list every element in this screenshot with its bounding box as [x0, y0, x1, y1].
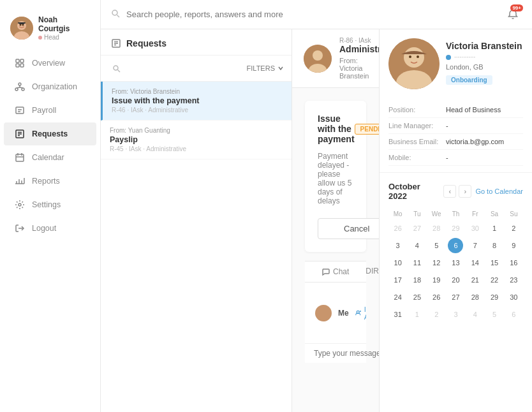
cancel-button[interactable]: Cancel [318, 218, 379, 239]
sidebar-item-logout[interactable]: Logout [4, 217, 96, 240]
cal-day-today[interactable]: 6 [448, 238, 463, 253]
sidebar-item-label: Calendar [32, 153, 64, 162]
sidebar-item-organization[interactable]: Organization [4, 75, 96, 98]
sidebar-item-calendar[interactable]: Calendar [4, 146, 96, 169]
profile-status: ············ [446, 54, 523, 61]
cal-day[interactable]: 28 [468, 290, 483, 305]
sidebar-item-requests[interactable]: Requests [4, 122, 96, 145]
svg-point-53 [409, 55, 411, 58]
content-area: Requests FILTERS From: Victoria Branstei… [101, 29, 532, 412]
cal-day[interactable]: 6 [506, 307, 521, 322]
chat-tabs: Chat DIRECT INTERNAL [305, 261, 366, 283]
calendar-title: October 2022 [388, 182, 440, 201]
cal-day[interactable]: 25 [410, 290, 425, 305]
cal-day[interactable]: 1 [487, 221, 502, 236]
svg-line-15 [17, 87, 20, 88]
svg-point-42 [114, 66, 118, 70]
svg-point-54 [417, 55, 419, 58]
requests-header: Requests [101, 29, 292, 55]
search-input[interactable] [126, 10, 498, 19]
request-item-1[interactable]: From: Yuan Guanting Payslip R-45 · IAsk … [101, 121, 292, 159]
cal-day[interactable]: 26 [429, 290, 444, 305]
cal-day[interactable]: 9 [506, 238, 521, 253]
chat-input[interactable] [314, 349, 379, 358]
svg-point-51 [404, 47, 424, 68]
cal-day[interactable]: 27 [448, 290, 463, 305]
sidebar-item-payroll[interactable]: Payroll [4, 99, 96, 122]
cal-day[interactable]: 15 [487, 255, 502, 270]
svg-rect-24 [16, 154, 24, 161]
cal-day[interactable]: 1 [410, 307, 425, 322]
calendar-next-button[interactable]: › [459, 185, 471, 198]
notification-badge: 99+ [510, 4, 523, 11]
svg-line-43 [117, 70, 120, 72]
detail-value: victoria.b@gp.com [446, 138, 523, 145]
go-to-calendar-link[interactable]: Go to Calendar [475, 188, 523, 195]
cal-day[interactable]: 11 [410, 255, 425, 270]
logout-icon [14, 223, 26, 234]
filters-button[interactable]: FILTERS [247, 64, 284, 72]
cal-day[interactable]: 23 [506, 272, 521, 288]
cal-day[interactable]: 29 [448, 221, 463, 236]
cal-day[interactable]: 21 [468, 272, 483, 288]
cal-header-su: Su [505, 209, 523, 219]
request-category: Administrative [339, 44, 379, 54]
cal-day[interactable]: 19 [429, 272, 444, 288]
svg-point-11 [18, 83, 21, 85]
cal-day[interactable]: 30 [506, 290, 521, 305]
cal-day[interactable]: 5 [487, 307, 502, 322]
cal-day[interactable]: 7 [468, 238, 483, 253]
cal-day[interactable]: 4 [468, 307, 483, 322]
cal-day[interactable]: 12 [429, 255, 444, 270]
cal-day[interactable]: 10 [390, 255, 406, 270]
status-badge: PENDING [355, 124, 379, 135]
organization-icon [14, 81, 26, 92]
calendar-nav: ‹ › [443, 185, 471, 198]
sidebar: Noah Courtgis Head Overview Organization… [0, 0, 101, 412]
sidebar-item-settings[interactable]: Settings [4, 193, 96, 216]
cal-day[interactable]: 5 [429, 238, 444, 253]
svg-rect-6 [18, 22, 26, 24]
chat-tab-icon[interactable]: Chat [315, 262, 355, 281]
tab-direct[interactable]: DIRECT [355, 261, 379, 282]
chat-label: Chat [333, 267, 349, 276]
cal-day[interactable]: 3 [448, 307, 463, 322]
detail-value: - [446, 154, 523, 161]
cal-day[interactable]: 28 [429, 221, 444, 236]
cal-day[interactable]: 26 [390, 221, 406, 236]
cal-day[interactable]: 17 [390, 272, 406, 288]
cal-day[interactable]: 24 [390, 290, 406, 305]
notification-button[interactable]: 99+ [504, 6, 522, 24]
cal-day[interactable]: 16 [506, 255, 521, 270]
cal-header-we: We [427, 209, 446, 219]
cal-day[interactable]: 30 [468, 221, 483, 236]
cal-day[interactable]: 18 [410, 272, 425, 288]
cal-day[interactable]: 29 [487, 290, 502, 305]
cal-day[interactable]: 22 [487, 272, 502, 288]
calendar-prev-button[interactable]: ‹ [443, 185, 456, 198]
settings-icon [14, 199, 26, 210]
calendar-grid: Mo Tu We Th Fr Sa Su 26 27 28 29 30 1 2 [388, 209, 523, 323]
cal-day[interactable]: 4 [410, 238, 425, 253]
topbar: 99+ [101, 0, 532, 29]
cal-day[interactable]: 2 [429, 307, 444, 322]
cal-day[interactable]: 27 [410, 221, 425, 236]
sidebar-item-overview[interactable]: Overview [4, 52, 96, 75]
cal-day[interactable]: 13 [448, 255, 463, 270]
svg-line-36 [117, 15, 120, 18]
cal-day[interactable]: 31 [390, 307, 406, 322]
request-item-0[interactable]: From: Victoria Branstein Issue with the … [101, 82, 292, 121]
overview-icon [14, 57, 26, 69]
cal-day[interactable]: 2 [506, 221, 521, 236]
svg-rect-10 [20, 64, 24, 67]
sidebar-item-reports[interactable]: Reports [4, 170, 96, 193]
sidebar-item-label: Overview [32, 59, 65, 68]
requests-search-icon[interactable] [108, 61, 124, 76]
calendar-icon [14, 152, 26, 163]
cal-day[interactable]: 20 [448, 272, 463, 288]
svg-point-12 [15, 88, 18, 91]
cal-day[interactable]: 8 [487, 238, 502, 253]
cal-day[interactable]: 3 [390, 238, 406, 253]
invite-assistance-button[interactable]: Invite Assistance [355, 305, 366, 321]
cal-day[interactable]: 14 [468, 255, 483, 270]
